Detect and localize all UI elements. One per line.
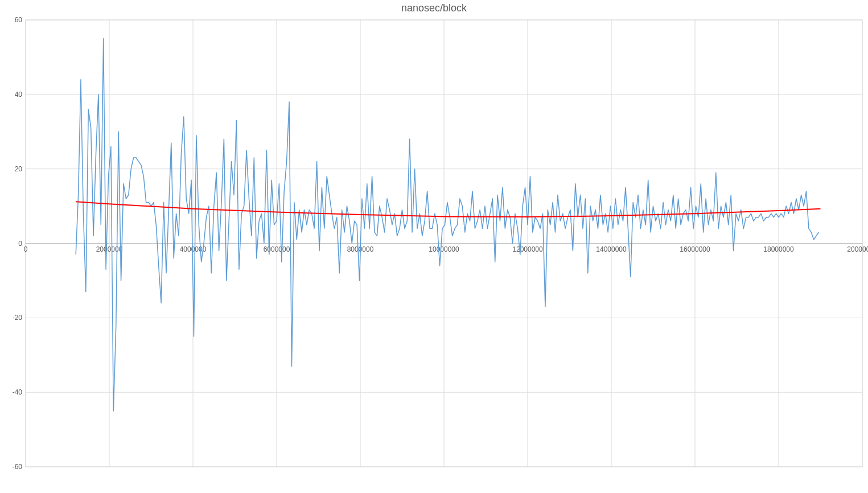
chart-container: nanosec/block -60-40-2002040600200000040… [0,0,868,493]
svg-text:2000000: 2000000 [96,245,123,253]
svg-text:60: 60 [15,16,23,24]
chart-title: nanosec/block [0,2,868,14]
svg-text:20: 20 [15,165,23,173]
svg-text:20000000: 20000000 [847,245,868,253]
svg-text:14000000: 14000000 [596,245,627,253]
svg-text:40: 40 [15,91,23,98]
svg-text:12000000: 12000000 [512,245,543,253]
svg-text:-20: -20 [13,314,23,322]
svg-text:10000000: 10000000 [429,245,459,253]
svg-text:-60: -60 [13,463,23,471]
svg-text:16000000: 16000000 [680,245,710,253]
svg-text:6000000: 6000000 [264,245,290,253]
svg-text:0: 0 [24,245,28,253]
chart-svg: -60-40-200204060020000004000000600000080… [0,0,868,493]
svg-text:-40: -40 [13,388,23,396]
svg-text:0: 0 [18,240,22,248]
svg-text:18000000: 18000000 [763,245,794,253]
